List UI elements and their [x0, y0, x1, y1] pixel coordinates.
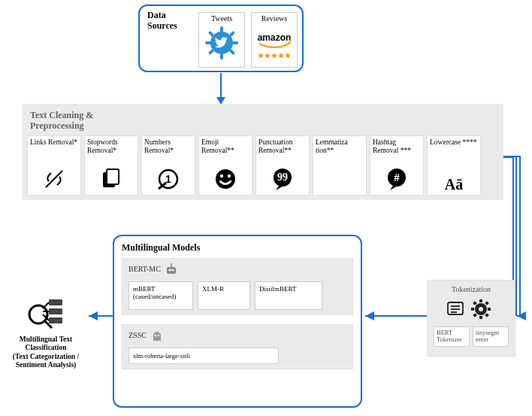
svg-text:99: 99	[277, 172, 288, 183]
hash-bubble-icon: #	[384, 166, 410, 192]
source-card-reviews: Reviews amazon	[251, 12, 298, 68]
output-subtitle: (Text Categorization / Sentiment Analysi…	[5, 353, 87, 370]
link-off-icon	[41, 166, 67, 192]
svg-rect-40	[485, 313, 489, 317]
tokenizer-tinysegmenter: tinysegm enter	[473, 326, 509, 347]
source-label-tweets: Tweets	[199, 14, 244, 23]
svg-rect-4	[232, 41, 238, 44]
svg-line-49	[43, 302, 49, 308]
arr2-v	[515, 156, 517, 316]
output-title: Multilingual Text Classification	[5, 336, 87, 353]
preprocessing-steps: Links Removal* Stopwords Removal* Number…	[27, 135, 481, 196]
svg-rect-39	[473, 301, 477, 305]
lowercase-icon: Aā	[445, 177, 463, 192]
step-lemmatization: Lemmatiza tion**	[313, 135, 367, 196]
models-title: Multilingual Models	[122, 242, 353, 254]
bert-mc-panel: BERT-MC mBERT (cased/uncased) XLM-R Dist…	[122, 258, 353, 315]
model-xlm-roberta-large-xnli: xlm-roberta-large-xnli	[128, 348, 279, 364]
svg-rect-12	[107, 169, 119, 184]
svg-rect-35	[479, 299, 482, 302]
robot-icon	[165, 263, 178, 277]
svg-rect-36	[479, 316, 482, 319]
models-box: Multilingual Models BERT-MC mBERT (cased…	[113, 235, 362, 408]
copy-docs-icon	[98, 166, 124, 192]
zssc-panel: ZSSC xlm-roberta-large-xnli	[122, 324, 353, 369]
bert-mc-title: BERT-MC	[128, 263, 346, 277]
model-xlmr: XLM-R	[198, 281, 250, 310]
tokenization-panel: Tokenization BERT Tokenizer tinysegm ent…	[427, 280, 515, 357]
source-card-tweets: Tweets	[198, 12, 245, 68]
step-numbers-removal: Numbers Removal* 1	[141, 135, 195, 196]
svg-rect-37	[471, 308, 474, 311]
step-links-removal: Links Removal*	[27, 135, 81, 196]
svg-point-17	[220, 175, 223, 178]
step-emoji-removal: Emoji Removal**	[198, 135, 252, 196]
source-label-reviews: Reviews	[252, 14, 297, 23]
data-sources-box: DataSources Tweets Reviews	[138, 5, 304, 72]
tokenization-title: Tokenization	[432, 285, 510, 293]
svg-rect-41	[473, 313, 477, 317]
arrow-sources-to-preproc-line	[220, 73, 222, 99]
number-off-icon: 1	[156, 166, 181, 192]
step-hashtag-removal: Hashtag Removal *** #	[370, 135, 424, 196]
tokenizer-bert: BERT Tokenizer	[434, 326, 470, 347]
step-punctuation-removal: Punctuation Removal** 99	[255, 135, 310, 196]
svg-rect-1	[220, 26, 223, 32]
data-sources-title: DataSources	[147, 11, 177, 32]
model-distilmbert: DistilmBERT	[255, 281, 322, 310]
svg-rect-46	[49, 299, 62, 305]
smile-icon	[213, 166, 238, 192]
svg-rect-3	[205, 41, 211, 44]
svg-point-29	[158, 335, 159, 336]
svg-point-28	[155, 335, 156, 336]
svg-point-25	[172, 269, 174, 272]
svg-rect-47	[49, 308, 62, 314]
step-lowercase: Lowercase **** Aā	[427, 135, 481, 196]
svg-point-44	[29, 305, 47, 323]
svg-rect-48	[49, 317, 62, 323]
preprocessing-title: Text Cleaning &Preprocessing	[30, 110, 497, 132]
twitter-gear-icon	[203, 24, 240, 62]
svg-rect-38	[488, 308, 491, 311]
preprocessing-panel: Text Cleaning &Preprocessing Links Remov…	[23, 104, 503, 200]
svg-point-18	[228, 175, 231, 178]
svg-point-27	[171, 263, 172, 265]
step-stopwords-removal: Stopwords Removal*	[84, 135, 138, 196]
classification-icon	[25, 292, 67, 334]
model-mbert: mBERT (cased/uncased)	[128, 281, 193, 310]
quote-bubble-icon: 99	[270, 166, 295, 192]
svg-point-16	[216, 169, 235, 189]
zssc-title: ZSSC	[128, 329, 346, 343]
tokenization-icons	[432, 298, 510, 322]
svg-text:amazon: amazon	[258, 32, 292, 43]
svg-rect-2	[220, 53, 223, 59]
svg-point-24	[169, 269, 171, 272]
svg-rect-42	[485, 301, 489, 305]
ghost-icon	[150, 329, 164, 343]
svg-point-43	[479, 307, 483, 311]
amazon-stars-icon: amazon	[253, 24, 295, 62]
svg-rect-23	[167, 267, 176, 274]
output-block: Multilingual Text Classification (Text C…	[5, 292, 87, 370]
svg-text:#: #	[394, 172, 400, 184]
